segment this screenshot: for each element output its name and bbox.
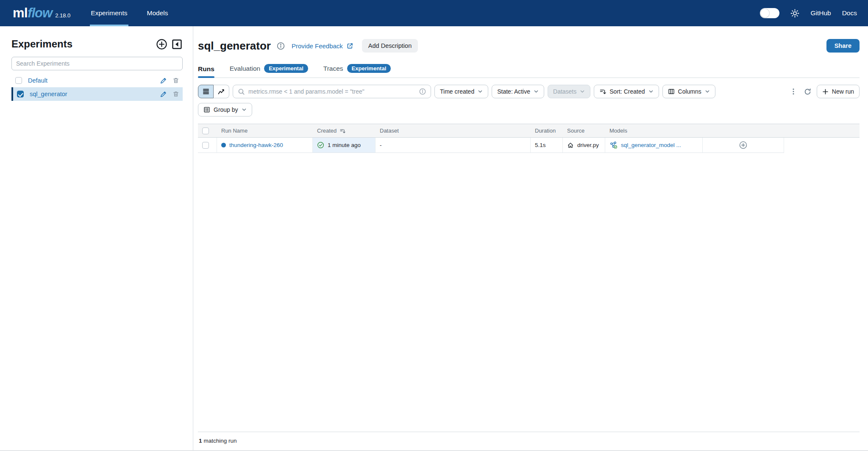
- sort-label: Sort: Created: [609, 88, 645, 95]
- delete-trash-icon[interactable]: [172, 91, 179, 97]
- sort-descending-icon: [599, 88, 606, 95]
- add-column-plus-icon[interactable]: [739, 141, 747, 149]
- nav-item-experiments[interactable]: Experiments: [90, 0, 128, 26]
- column-header-run-name[interactable]: Run Name: [217, 124, 313, 137]
- experiment-header: sql_generator Provide Feedback Ad: [198, 39, 860, 53]
- experiment-checkbox[interactable]: [17, 91, 24, 97]
- column-header-source[interactable]: Source: [563, 124, 605, 137]
- tab-runs[interactable]: Runs: [198, 65, 214, 78]
- tab-evaluation-label: Evaluation: [230, 65, 260, 72]
- group-by-dropdown[interactable]: Group by: [198, 103, 252, 116]
- source-value[interactable]: driver.py: [577, 142, 599, 148]
- refresh-icon[interactable]: [802, 86, 813, 97]
- chevron-down-icon: [580, 89, 585, 94]
- new-experiment-icon[interactable]: [156, 39, 167, 50]
- time-created-label: Time created: [440, 88, 474, 95]
- filter-info-icon[interactable]: [419, 88, 426, 95]
- github-link[interactable]: GitHub: [810, 9, 831, 17]
- tab-evaluation[interactable]: Evaluation Experimental: [230, 64, 308, 78]
- logo-flow-text: flow: [28, 6, 52, 21]
- home-source-icon: [567, 142, 574, 149]
- tab-traces-label: Traces: [323, 65, 343, 72]
- groupby-row: Group by: [198, 103, 860, 116]
- group-by-icon: [203, 106, 210, 113]
- new-run-label: New run: [832, 88, 854, 95]
- logo-ml-text: ml: [13, 6, 28, 21]
- experiment-link[interactable]: Default: [28, 77, 154, 84]
- runs-table: Run Name Created Dataset Duration Source…: [198, 124, 860, 153]
- list-view-icon: [202, 88, 210, 95]
- row-checkbox[interactable]: [202, 142, 209, 149]
- columns-label: Columns: [678, 88, 701, 95]
- experiment-checkbox[interactable]: [15, 77, 22, 84]
- search-experiments-input[interactable]: [11, 57, 183, 70]
- datasets-label: Datasets: [553, 88, 576, 95]
- edit-pencil-icon[interactable]: [160, 77, 167, 84]
- time-created-dropdown[interactable]: Time created: [434, 85, 488, 98]
- registered-model-icon: [609, 141, 618, 149]
- navbar-right: GitHub Docs: [760, 8, 857, 18]
- experimental-badge: Experimental: [347, 64, 391, 73]
- chevron-down-icon: [534, 89, 539, 94]
- info-icon[interactable]: [277, 42, 285, 50]
- chevron-down-icon: [705, 89, 710, 94]
- collapse-sidebar-icon[interactable]: [171, 39, 183, 50]
- model-link[interactable]: sql_generator_model ...: [621, 142, 681, 148]
- edit-pencil-icon[interactable]: [160, 91, 167, 98]
- sidebar-title: Experiments: [11, 38, 72, 50]
- column-header-models[interactable]: Models: [605, 124, 703, 137]
- run-status-dot: [221, 143, 226, 147]
- mlflow-logo[interactable]: mlflow 2.18.0: [13, 6, 70, 21]
- columns-dropdown[interactable]: Columns: [662, 85, 715, 98]
- column-header-duration[interactable]: Duration: [531, 124, 563, 137]
- experiment-main-panel: sql_generator Provide Feedback Ad: [193, 26, 868, 450]
- experiment-item-default[interactable]: Default: [11, 74, 183, 87]
- more-options-kebab-icon[interactable]: [788, 86, 798, 97]
- state-dropdown[interactable]: State: Active: [492, 85, 544, 98]
- new-run-button[interactable]: New run: [817, 85, 860, 98]
- matching-runs-footer: 1matching run: [198, 432, 860, 450]
- group-by-label: Group by: [214, 106, 238, 113]
- dataset-value: -: [380, 142, 382, 148]
- chevron-down-icon: [242, 107, 247, 112]
- runs-filter-input[interactable]: [248, 88, 416, 95]
- version-label: 2.18.0: [55, 12, 70, 19]
- experiment-item-sql-generator[interactable]: sql_generator: [11, 87, 183, 101]
- theme-toggle[interactable]: [760, 8, 779, 18]
- datasets-dropdown[interactable]: Datasets: [548, 85, 590, 98]
- list-view-button[interactable]: [198, 85, 214, 98]
- column-header-dataset[interactable]: Dataset: [376, 124, 531, 137]
- provide-feedback-link[interactable]: Provide Feedback: [292, 42, 353, 50]
- experiment-tabs: Runs Evaluation Experimental Traces Expe…: [198, 64, 860, 78]
- runs-toolbar: Time created State: Active Datasets: [198, 85, 860, 98]
- plus-icon: [822, 89, 829, 95]
- view-mode-toggle: [198, 85, 229, 98]
- tab-runs-label: Runs: [198, 65, 214, 73]
- column-header-created[interactable]: Created: [313, 124, 376, 137]
- select-all-checkbox[interactable]: [202, 128, 209, 134]
- sort-descending-icon: [339, 128, 345, 134]
- page-title: sql_generator: [198, 39, 271, 53]
- search-icon: [238, 88, 245, 95]
- nav-item-models[interactable]: Models: [146, 0, 169, 26]
- experimental-badge: Experimental: [264, 64, 308, 73]
- created-time: 1 minute ago: [328, 142, 361, 148]
- toggle-knob: [761, 9, 769, 17]
- gear-icon[interactable]: [790, 9, 799, 18]
- share-button[interactable]: Share: [826, 39, 860, 53]
- tab-traces[interactable]: Traces Experimental: [323, 64, 391, 78]
- experiment-link[interactable]: sql_generator: [30, 91, 154, 97]
- primary-nav: Experiments Models: [90, 0, 186, 26]
- top-navbar: mlflow 2.18.0 Experiments Models GitHub …: [0, 0, 868, 26]
- state-label: State: Active: [497, 88, 530, 95]
- experiments-list: Default: [11, 74, 183, 101]
- delete-trash-icon[interactable]: [172, 77, 179, 84]
- chart-view-button[interactable]: [214, 85, 229, 98]
- duration-value: 5.1s: [535, 142, 546, 148]
- add-description-button[interactable]: Add Description: [362, 39, 418, 53]
- docs-link[interactable]: Docs: [842, 9, 857, 17]
- sort-dropdown[interactable]: Sort: Created: [594, 85, 659, 98]
- matching-run-label: matching run: [204, 438, 237, 444]
- chevron-down-icon: [478, 89, 483, 94]
- run-name-link[interactable]: thundering-hawk-260: [229, 142, 283, 148]
